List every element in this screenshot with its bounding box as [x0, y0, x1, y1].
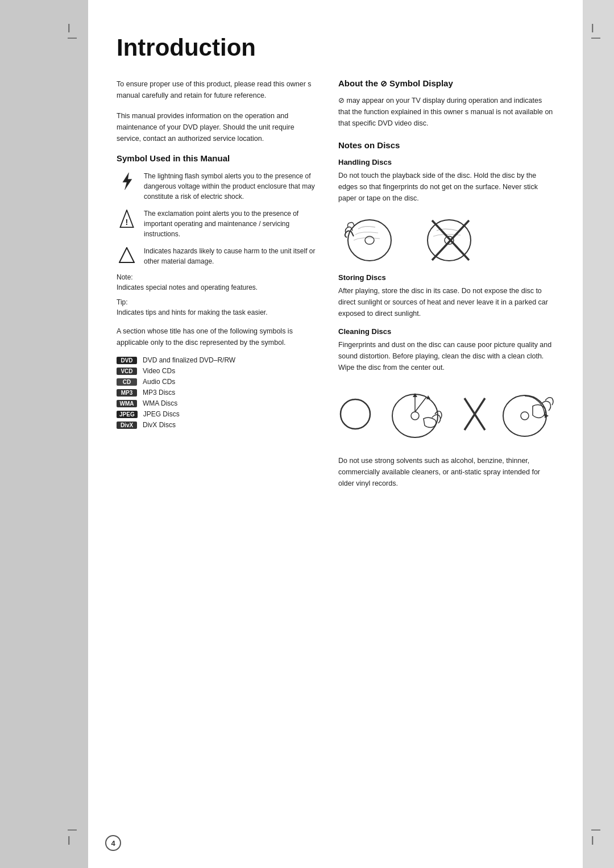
svg-text:!: ! [126, 218, 128, 227]
disc-tag-divx: DivX DivX Discs [117, 421, 316, 429]
intro-paragraph-1: To ensure proper use of this product, pl… [117, 78, 316, 101]
label-mp3: MP3 Discs [143, 389, 175, 397]
symbol-section-heading: Symbol Used in this Manual [117, 153, 316, 163]
badge-dvd: DVD [117, 357, 137, 364]
svg-point-10 [341, 399, 370, 429]
cleaning-circular-illustration [497, 385, 554, 444]
svg-point-12 [411, 412, 419, 420]
page-container: |— —| Introduction To ensure proper use … [0, 0, 614, 868]
about-symbol-text: ⊘ may appear on your TV display during o… [338, 95, 554, 129]
right-column: About the ⊘ Symbol Display ⊘ may appear … [338, 78, 554, 494]
label-vcd: Video CDs [143, 367, 175, 375]
tip-row: Tip: Indicates tips and hints for making… [117, 298, 316, 318]
exclamation-icon: ! [117, 208, 137, 228]
symbol-row-lightning: The lightning flash symbol alerts you to… [117, 171, 316, 202]
note-row: Note: Indicates special notes and operat… [117, 273, 316, 293]
applicability-text: A section whose title has one of the fol… [117, 326, 316, 348]
about-heading: About the ⊘ Symbol Display [338, 78, 554, 88]
symbol-text-lightning: The lightning flash symbol alerts you to… [144, 171, 316, 202]
tip-label: Tip: [117, 298, 316, 306]
svg-line-14 [415, 397, 426, 412]
label-wma: WMA Discs [143, 399, 177, 407]
badge-vcd: VCD [117, 368, 137, 375]
storing-discs-heading: Storing Discs [338, 273, 554, 282]
badge-cd: CD [117, 378, 137, 386]
symbol-text-exclamation: The exclamation point alerts you to the … [144, 208, 316, 239]
about-heading-suffix: Symbol Display [389, 78, 453, 88]
disc-tag-wma: WMA WMA Discs [117, 399, 316, 407]
disc-incorrect-illustration [418, 213, 480, 264]
symbol-text-triangle: Indicates hazards likely to cause harm t… [144, 246, 316, 266]
svg-marker-15 [413, 393, 417, 397]
lightning-icon [117, 171, 137, 190]
triangle-icon [117, 246, 137, 263]
svg-point-19 [503, 395, 546, 436]
disc-tag-vcd: VCD Video CDs [117, 367, 316, 375]
corner-mark-br: —| [591, 825, 600, 845]
cleaning-discs-text: Fingerprints and dust on the disc can ca… [338, 339, 554, 373]
about-symbol: ⊘ [380, 79, 389, 88]
disc-tag-mp3: MP3 MP3 Discs [117, 389, 316, 397]
badge-wma: WMA [117, 400, 137, 407]
cleaning-diagrams [338, 385, 554, 444]
symbol-row-triangle: Indicates hazards likely to cause harm t… [117, 246, 316, 266]
main-content: Introduction To ensure proper use of thi… [88, 0, 583, 868]
solvents-warning: Do not use strong solvents such as alcoh… [338, 455, 554, 489]
svg-marker-0 [123, 173, 132, 190]
corner-mark-tr: |— [591, 23, 600, 43]
label-divx: DivX Discs [143, 421, 176, 429]
page-title: Introduction [117, 34, 554, 61]
cleaning-correct [338, 397, 372, 431]
left-column: To ensure proper use of this product, pl… [117, 78, 316, 494]
label-jpeg: JPEG Discs [143, 410, 180, 418]
notes-on-discs-heading: Notes on Discs [338, 140, 554, 150]
label-dvd: DVD and finalized DVD–R/RW [143, 356, 235, 364]
corner-mark-tl: |— [68, 23, 77, 43]
badge-mp3: MP3 [117, 389, 137, 397]
cleaning-discs-heading: Cleaning Discs [338, 327, 554, 336]
handling-discs-text: Do not touch the playback side of the di… [338, 170, 554, 204]
cleaning-x-mark [463, 397, 486, 431]
svg-point-20 [521, 412, 529, 420]
right-sidebar: |— —| [583, 0, 614, 868]
tip-text: Indicates tips and hints for making the … [117, 307, 316, 318]
corner-mark-bl: —| [68, 825, 77, 845]
page-number: 4 [105, 835, 121, 851]
disc-tag-cd: CD Audio CDs [117, 378, 316, 386]
disc-handling-images [338, 213, 554, 264]
intro-paragraph-2: This manual provides information on the … [117, 110, 316, 144]
page-number-container: 4 [105, 835, 121, 851]
cleaning-wipe-illustration [384, 385, 452, 444]
storing-discs-text: After playing, store the disc in its cas… [338, 285, 554, 319]
label-cd: Audio CDs [143, 378, 175, 386]
disc-correct-illustration [338, 213, 401, 264]
symbol-row-exclamation: ! The exclamation point alerts you to th… [117, 208, 316, 239]
content-columns: To ensure proper use of this product, pl… [117, 78, 554, 494]
badge-jpeg: JPEG [117, 411, 138, 418]
disc-tag-jpeg: JPEG JPEG Discs [117, 410, 316, 418]
note-text: Indicates special notes and operating fe… [117, 282, 316, 293]
disc-tags: DVD DVD and finalized DVD–R/RW VCD Video… [117, 356, 316, 429]
svg-marker-3 [119, 248, 134, 262]
left-sidebar: |— —| [0, 0, 88, 868]
note-label: Note: [117, 273, 316, 281]
disc-tag-dvd: DVD DVD and finalized DVD–R/RW [117, 356, 316, 364]
badge-divx: DivX [117, 422, 137, 429]
about-heading-text: About the [338, 78, 378, 88]
handling-discs-heading: Handling Discs [338, 158, 554, 166]
